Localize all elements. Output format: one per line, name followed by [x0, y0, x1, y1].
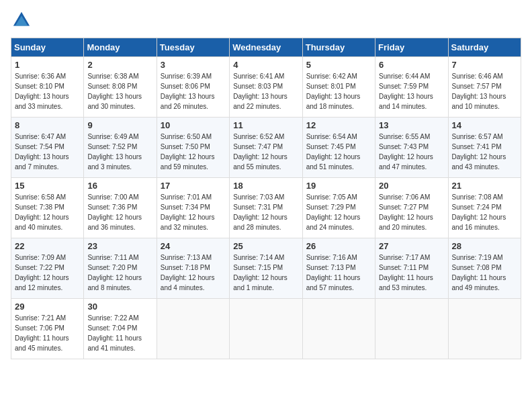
day-number: 19 [306, 181, 371, 191]
day-info: Sunrise: 6:38 AM Sunset: 8:08 PM Dayligh… [87, 71, 152, 111]
calendar-cell: 3 Sunrise: 6:39 AM Sunset: 8:06 PM Dayli… [157, 57, 229, 118]
calendar-cell: 15 Sunrise: 6:58 AM Sunset: 7:38 PM Dayl… [11, 178, 84, 238]
day-of-week-header: Tuesday [157, 38, 229, 57]
day-number: 29 [15, 302, 80, 312]
calendar-cell: 11 Sunrise: 6:52 AM Sunset: 7:47 PM Dayl… [230, 118, 302, 178]
day-info: Sunrise: 7:21 AM Sunset: 7:06 PM Dayligh… [15, 313, 80, 353]
calendar-cell: 19 Sunrise: 7:05 AM Sunset: 7:29 PM Dayl… [302, 178, 375, 238]
day-info: Sunrise: 7:08 AM Sunset: 7:24 PM Dayligh… [452, 192, 517, 232]
day-info: Sunrise: 6:41 AM Sunset: 8:03 PM Dayligh… [233, 71, 298, 111]
day-info: Sunrise: 6:54 AM Sunset: 7:45 PM Dayligh… [306, 132, 371, 172]
calendar-header-row: SundayMondayTuesdayWednesdayThursdayFrid… [11, 38, 521, 57]
calendar-cell: 16 Sunrise: 7:00 AM Sunset: 7:36 PM Dayl… [84, 178, 157, 238]
day-number: 13 [379, 120, 444, 130]
calendar-cell: 8 Sunrise: 6:47 AM Sunset: 7:54 PM Dayli… [11, 118, 84, 178]
calendar-cell: 28 Sunrise: 7:19 AM Sunset: 7:08 PM Dayl… [448, 238, 521, 299]
day-info: Sunrise: 6:55 AM Sunset: 7:43 PM Dayligh… [379, 132, 444, 172]
day-info: Sunrise: 7:03 AM Sunset: 7:31 PM Dayligh… [233, 192, 298, 232]
calendar-table: SundayMondayTuesdayWednesdayThursdayFrid… [11, 38, 521, 359]
day-of-week-header: Thursday [302, 38, 375, 57]
day-info: Sunrise: 6:57 AM Sunset: 7:41 PM Dayligh… [452, 132, 517, 172]
day-number: 12 [306, 120, 371, 130]
day-of-week-header: Saturday [448, 38, 521, 57]
calendar-week-row: 22 Sunrise: 7:09 AM Sunset: 7:22 PM Dayl… [11, 238, 521, 299]
day-number: 6 [379, 60, 444, 70]
day-info: Sunrise: 7:05 AM Sunset: 7:29 PM Dayligh… [306, 192, 371, 232]
day-info: Sunrise: 6:47 AM Sunset: 7:54 PM Dayligh… [15, 132, 80, 172]
day-info: Sunrise: 6:44 AM Sunset: 7:59 PM Dayligh… [379, 71, 444, 111]
day-number: 30 [87, 302, 152, 312]
calendar-cell: 13 Sunrise: 6:55 AM Sunset: 7:43 PM Dayl… [375, 118, 448, 178]
calendar-cell: 7 Sunrise: 6:46 AM Sunset: 7:57 PM Dayli… [448, 57, 521, 118]
day-number: 22 [15, 241, 80, 251]
day-number: 10 [161, 120, 226, 130]
day-info: Sunrise: 6:52 AM Sunset: 7:47 PM Dayligh… [233, 132, 298, 172]
day-info: Sunrise: 6:36 AM Sunset: 8:10 PM Dayligh… [15, 71, 80, 111]
day-info: Sunrise: 7:01 AM Sunset: 7:34 PM Dayligh… [161, 192, 226, 232]
day-number: 26 [306, 241, 371, 251]
calendar-cell: 26 Sunrise: 7:16 AM Sunset: 7:13 PM Dayl… [302, 238, 375, 299]
day-info: Sunrise: 7:19 AM Sunset: 7:08 PM Dayligh… [452, 253, 517, 293]
day-info: Sunrise: 7:00 AM Sunset: 7:36 PM Dayligh… [87, 192, 152, 232]
day-number: 11 [233, 120, 298, 130]
calendar-week-row: 15 Sunrise: 6:58 AM Sunset: 7:38 PM Dayl… [11, 178, 521, 238]
day-info: Sunrise: 6:50 AM Sunset: 7:50 PM Dayligh… [161, 132, 226, 172]
calendar-cell: 17 Sunrise: 7:01 AM Sunset: 7:34 PM Dayl… [157, 178, 229, 238]
calendar-cell [375, 299, 448, 359]
calendar-cell: 30 Sunrise: 7:22 AM Sunset: 7:04 PM Dayl… [84, 299, 157, 359]
day-number: 14 [452, 120, 517, 130]
day-number: 5 [306, 60, 371, 70]
calendar-cell: 2 Sunrise: 6:38 AM Sunset: 8:08 PM Dayli… [84, 57, 157, 118]
calendar-cell [157, 299, 229, 359]
day-number: 28 [452, 241, 517, 251]
calendar-cell: 18 Sunrise: 7:03 AM Sunset: 7:31 PM Dayl… [230, 178, 302, 238]
calendar-cell: 4 Sunrise: 6:41 AM Sunset: 8:03 PM Dayli… [230, 57, 302, 118]
day-number: 20 [379, 181, 444, 191]
calendar-cell: 29 Sunrise: 7:21 AM Sunset: 7:06 PM Dayl… [11, 299, 84, 359]
calendar-cell [302, 299, 375, 359]
day-number: 1 [15, 60, 80, 70]
day-info: Sunrise: 6:58 AM Sunset: 7:38 PM Dayligh… [15, 192, 80, 232]
day-number: 4 [233, 60, 298, 70]
calendar-cell [230, 299, 302, 359]
day-info: Sunrise: 7:17 AM Sunset: 7:11 PM Dayligh… [379, 253, 444, 293]
calendar-cell: 14 Sunrise: 6:57 AM Sunset: 7:41 PM Dayl… [448, 118, 521, 178]
day-of-week-header: Sunday [11, 38, 84, 57]
day-info: Sunrise: 6:39 AM Sunset: 8:06 PM Dayligh… [161, 71, 226, 111]
calendar-cell: 5 Sunrise: 6:42 AM Sunset: 8:01 PM Dayli… [302, 57, 375, 118]
day-number: 27 [379, 241, 444, 251]
calendar-cell: 25 Sunrise: 7:14 AM Sunset: 7:15 PM Dayl… [230, 238, 302, 299]
day-of-week-header: Wednesday [230, 38, 302, 57]
calendar-cell: 12 Sunrise: 6:54 AM Sunset: 7:45 PM Dayl… [302, 118, 375, 178]
logo [11, 11, 31, 30]
day-info: Sunrise: 6:49 AM Sunset: 7:52 PM Dayligh… [87, 132, 152, 172]
calendar-cell: 22 Sunrise: 7:09 AM Sunset: 7:22 PM Dayl… [11, 238, 84, 299]
calendar-cell: 1 Sunrise: 6:36 AM Sunset: 8:10 PM Dayli… [11, 57, 84, 118]
day-number: 24 [161, 241, 226, 251]
calendar-cell [448, 299, 521, 359]
page-header [11, 11, 521, 30]
day-number: 17 [161, 181, 226, 191]
day-number: 9 [87, 120, 152, 130]
day-info: Sunrise: 7:09 AM Sunset: 7:22 PM Dayligh… [15, 253, 80, 293]
calendar-cell: 10 Sunrise: 6:50 AM Sunset: 7:50 PM Dayl… [157, 118, 229, 178]
day-info: Sunrise: 7:22 AM Sunset: 7:04 PM Dayligh… [87, 313, 152, 353]
calendar-cell: 6 Sunrise: 6:44 AM Sunset: 7:59 PM Dayli… [375, 57, 448, 118]
calendar-cell: 21 Sunrise: 7:08 AM Sunset: 7:24 PM Dayl… [448, 178, 521, 238]
calendar-week-row: 8 Sunrise: 6:47 AM Sunset: 7:54 PM Dayli… [11, 118, 521, 178]
day-number: 3 [161, 60, 226, 70]
day-info: Sunrise: 6:42 AM Sunset: 8:01 PM Dayligh… [306, 71, 371, 111]
calendar-week-row: 29 Sunrise: 7:21 AM Sunset: 7:06 PM Dayl… [11, 299, 521, 359]
calendar-cell: 20 Sunrise: 7:06 AM Sunset: 7:27 PM Dayl… [375, 178, 448, 238]
day-info: Sunrise: 7:16 AM Sunset: 7:13 PM Dayligh… [306, 253, 371, 293]
day-info: Sunrise: 7:14 AM Sunset: 7:15 PM Dayligh… [233, 253, 298, 293]
day-of-week-header: Monday [84, 38, 157, 57]
day-number: 2 [87, 60, 152, 70]
calendar-cell: 27 Sunrise: 7:17 AM Sunset: 7:11 PM Dayl… [375, 238, 448, 299]
day-number: 23 [87, 241, 152, 251]
calendar-cell: 23 Sunrise: 7:11 AM Sunset: 7:20 PM Dayl… [84, 238, 157, 299]
day-number: 16 [87, 181, 152, 191]
day-number: 18 [233, 181, 298, 191]
day-number: 8 [15, 120, 80, 130]
day-info: Sunrise: 7:06 AM Sunset: 7:27 PM Dayligh… [379, 192, 444, 232]
